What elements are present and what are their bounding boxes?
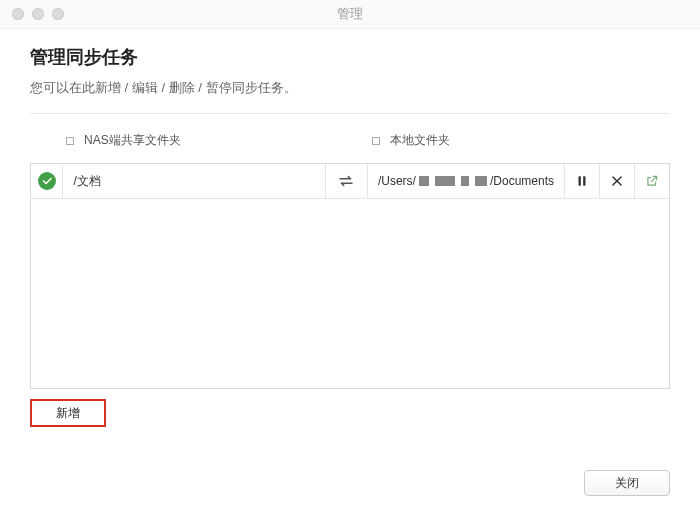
header-nas: NAS端共享文件夹 [66, 132, 346, 149]
redacted-segment [461, 176, 469, 186]
button-bar: 新增 [30, 399, 670, 427]
task-local-path[interactable]: /Users/ /Documents [368, 164, 565, 198]
task-list: /文档 /Users/ /Documents [30, 163, 670, 389]
column-headers: NAS端共享文件夹 本地文件夹 [30, 132, 670, 149]
svg-rect-0 [578, 176, 580, 185]
divider [30, 113, 670, 114]
local-path-suffix: /Documents [490, 174, 554, 188]
sync-manage-window: 管理 管理同步任务 您可以在此新增 / 编辑 / 删除 / 暂停同步任务。 NA… [0, 0, 700, 514]
square-bullet-icon [372, 137, 380, 145]
footer: 关闭 [584, 470, 670, 496]
task-nas-path[interactable]: /文档 [63, 164, 325, 198]
open-task-button[interactable] [635, 164, 669, 198]
page-subtitle: 您可以在此新增 / 编辑 / 删除 / 暂停同步任务。 [30, 79, 670, 97]
header-nas-label: NAS端共享文件夹 [84, 132, 181, 149]
status-ok-icon [38, 172, 56, 190]
task-status-cell [31, 164, 63, 198]
add-task-button[interactable]: 新增 [30, 399, 106, 427]
redacted-segment [435, 176, 455, 186]
delete-task-button[interactable] [600, 164, 635, 198]
svg-rect-1 [583, 176, 585, 185]
pause-task-button[interactable] [565, 164, 600, 198]
header-local-label: 本地文件夹 [390, 132, 450, 149]
sync-direction-icon[interactable] [326, 164, 368, 198]
content-area: 管理同步任务 您可以在此新增 / 编辑 / 删除 / 暂停同步任务。 NAS端共… [0, 29, 700, 427]
redacted-segment [475, 176, 487, 186]
header-local: 本地文件夹 [372, 132, 450, 149]
task-actions [565, 164, 669, 198]
task-row[interactable]: /文档 /Users/ /Documents [31, 164, 669, 199]
window-title: 管理 [0, 5, 700, 23]
square-bullet-icon [66, 137, 74, 145]
titlebar: 管理 [0, 0, 700, 29]
redacted-segment [419, 176, 429, 186]
close-button[interactable]: 关闭 [584, 470, 670, 496]
page-title: 管理同步任务 [30, 45, 670, 69]
local-path-prefix: /Users/ [378, 174, 416, 188]
